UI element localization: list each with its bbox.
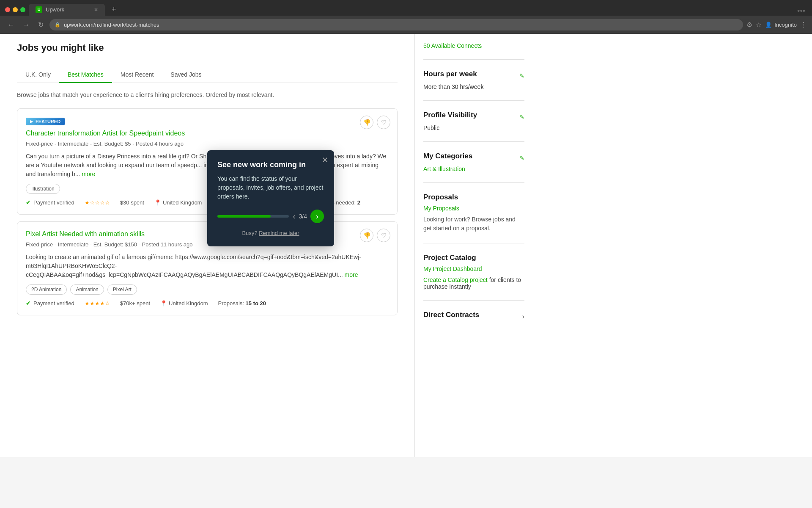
page-title: Jobs you might like — [17, 42, 104, 53]
my-project-dashboard-link[interactable]: My Project Dashboard — [423, 265, 482, 272]
popup-prev-button[interactable]: ‹ — [293, 212, 296, 221]
location-2: 📍 United Kingdom — [160, 300, 208, 306]
tab-title: Upwork — [46, 6, 64, 13]
proposals-title: Proposals — [423, 193, 524, 202]
more-link-1[interactable]: more — [82, 171, 95, 177]
incognito-button[interactable]: 👤 Incognito — [765, 22, 797, 28]
nav-actions: ⚙ ☆ 👤 Incognito ⋮ — [746, 21, 807, 29]
address-bar[interactable]: 🔒 upwork.com/nx/find-work/best-matches — [49, 19, 743, 30]
job-tabs: U.K. Only Best Matches Most Recent Saved… — [17, 67, 398, 83]
tab-most-recent[interactable]: Most Recent — [112, 67, 162, 83]
dislike-button-1[interactable]: 👎 — [360, 116, 373, 129]
direct-contracts-title: Direct Contracts — [423, 311, 479, 319]
proposals-2: Proposals: 15 to 20 — [218, 300, 266, 306]
visibility-edit-button[interactable]: ✎ — [519, 113, 524, 120]
categories-edit-button[interactable]: ✎ — [519, 155, 524, 161]
sidebar-categories: My Categories ✎ Art & Illustration — [423, 152, 524, 183]
my-proposals-link[interactable]: My Proposals — [423, 205, 459, 212]
connects-count[interactable]: 50 Available Connects — [423, 42, 482, 49]
job-description-2: Looking to create an animated gif of a f… — [26, 253, 389, 279]
popup-close-button[interactable]: ✕ — [322, 155, 328, 165]
categories-title: My Categories — [423, 152, 472, 160]
hours-edit-button[interactable]: ✎ — [519, 72, 524, 79]
hours-value: More than 30 hrs/week — [423, 83, 524, 90]
location-1: 📍 United Kingdom — [154, 199, 202, 206]
project-catalog-title: Project Catalog — [423, 254, 524, 262]
minimize-dot[interactable] — [13, 7, 18, 12]
forward-button[interactable]: → — [20, 19, 32, 30]
verified-icon-2: ✔ — [26, 300, 31, 306]
reload-button[interactable]: ↻ — [36, 19, 46, 30]
sidebar-visibility: Profile Visibility ✎ Public — [423, 111, 524, 142]
popup-next-button[interactable]: › — [310, 210, 324, 223]
job-tags-2: 2D Animation Animation Pixel Art — [26, 284, 389, 295]
close-dot[interactable] — [5, 7, 10, 12]
tag-animation[interactable]: Animation — [70, 284, 104, 295]
visibility-title: Profile Visibility — [423, 111, 477, 119]
progress-fill — [217, 215, 271, 218]
sidebar-project-catalog: Project Catalog My Project Dashboard Cre… — [423, 254, 524, 301]
popup-progress-bar: ‹ 3/4 › — [217, 210, 324, 223]
direct-contracts-row[interactable]: Direct Contracts › — [423, 311, 524, 323]
back-button[interactable]: ← — [5, 19, 17, 30]
more-link-2[interactable]: more — [345, 271, 358, 278]
close-tab-button[interactable]: ✕ — [94, 7, 98, 13]
location-icon-2: 📍 — [160, 300, 167, 306]
sidebar-connects: 50 Available Connects — [423, 42, 524, 60]
remind-later-link[interactable]: Remind me later — [259, 230, 299, 236]
tag-2d-animation[interactable]: 2D Animation — [26, 284, 67, 295]
incognito-icon: 👤 — [765, 22, 772, 28]
popup-title: See new work coming in — [217, 160, 324, 169]
stars-1: ★☆☆☆☆ — [85, 199, 110, 206]
visibility-value: Public — [423, 124, 524, 131]
lock-icon: 🔒 — [55, 22, 60, 28]
categories-link[interactable]: Art & Illustration — [423, 166, 465, 172]
more-options-button[interactable]: ••• — [797, 7, 805, 16]
tab-best-matches[interactable]: Best Matches — [59, 67, 112, 83]
location-icon-1: 📍 — [154, 199, 161, 206]
proposals-description: Looking for work? Browse jobs and get st… — [423, 215, 524, 233]
active-tab[interactable]: U Upwork ✕ — [29, 4, 105, 16]
payment-verified-1: ✔ Payment verified — [26, 199, 74, 206]
job-actions-1: 👎 ♡ — [360, 116, 390, 129]
job-actions-2: 👎 ♡ — [360, 229, 390, 242]
job-title-1[interactable]: Character transformation Artist for Spee… — [26, 130, 389, 137]
payment-verified-2: ✔ Payment verified — [26, 300, 74, 306]
onboarding-popup: ✕ See new work coming in You can find th… — [207, 150, 334, 246]
create-catalog-project-link[interactable]: Create a Catalog project — [423, 276, 488, 283]
tab-saved-jobs[interactable]: Saved Jobs — [162, 67, 210, 83]
popup-footer: Busy? Remind me later — [217, 230, 324, 236]
featured-badge: FEATURED — [26, 117, 389, 130]
tab-description: Browse jobs that match your experience t… — [17, 91, 398, 98]
sidebar-direct-contracts: Direct Contracts › — [423, 311, 524, 333]
tag-pixel-art[interactable]: Pixel Art — [107, 284, 137, 295]
progress-nav: ‹ 3/4 › — [293, 210, 324, 223]
hours-title: Hours per week — [423, 70, 477, 78]
tag-illustration[interactable]: Illustration — [26, 184, 60, 194]
progress-container — [217, 215, 289, 218]
dislike-button-2[interactable]: 👎 — [360, 229, 373, 242]
menu-icon[interactable]: ⋮ — [800, 21, 807, 29]
sidebar-hours: Hours per week ✎ More than 30 hrs/week — [423, 70, 524, 101]
extensions-icon[interactable]: ⚙ — [746, 21, 752, 29]
verified-icon-1: ✔ — [26, 199, 31, 206]
url-text: upwork.com/nx/find-work/best-matches — [64, 22, 159, 28]
sidebar-proposals: Proposals My Proposals Looking for work?… — [423, 193, 524, 243]
save-button-2[interactable]: ♡ — [377, 229, 390, 242]
popup-progress-count: 3/4 — [299, 213, 307, 220]
popup-text: You can find the status of your proposal… — [217, 174, 324, 201]
job-footer-2: ✔ Payment verified ★★★★☆ $70k+ spent 📍 U… — [26, 300, 389, 306]
new-tab-button[interactable]: + — [108, 3, 120, 16]
featured-label: FEATURED — [36, 119, 60, 124]
save-button-1[interactable]: ♡ — [377, 116, 390, 129]
spent-1: $30 spent — [120, 199, 144, 206]
catalog-description: Create a Catalog project for clients to … — [423, 276, 524, 290]
sidebar: 50 Available Connects Hours per week ✎ M… — [414, 34, 533, 457]
spent-2: $70k+ spent — [120, 300, 150, 306]
tab-uk-only[interactable]: U.K. Only — [17, 67, 59, 83]
direct-contracts-chevron-icon: › — [522, 313, 524, 320]
stars-2: ★★★★☆ — [85, 300, 110, 306]
maximize-dot[interactable] — [20, 7, 25, 12]
bookmark-icon[interactable]: ☆ — [756, 21, 762, 29]
favicon-icon: U — [36, 6, 42, 13]
